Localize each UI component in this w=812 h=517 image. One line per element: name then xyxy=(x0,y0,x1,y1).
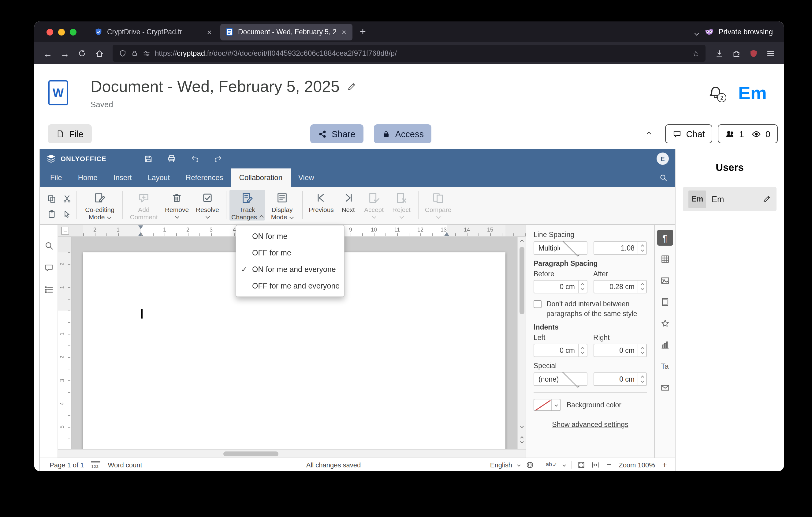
undo-button[interactable] xyxy=(188,152,201,165)
extensions-button[interactable] xyxy=(728,45,745,62)
account-avatar[interactable]: Em xyxy=(738,82,767,103)
downloads-button[interactable] xyxy=(710,45,728,62)
scroll-down-button[interactable] xyxy=(518,422,526,431)
color-picker-dropdown[interactable] xyxy=(551,399,560,410)
no-interval-checkbox-row[interactable]: Don't add interval between paragraphs of… xyxy=(533,300,647,319)
menu-tab-home[interactable]: Home xyxy=(70,168,106,187)
list-all-tabs-button[interactable] xyxy=(689,26,705,37)
users-viewers-button[interactable]: 1 0 xyxy=(718,124,778,143)
next-page-button[interactable] xyxy=(520,440,523,443)
word-count-button[interactable]: Word count xyxy=(108,461,142,468)
tab-stop-selector[interactable] xyxy=(61,227,69,235)
copy-button[interactable] xyxy=(45,192,58,205)
minimize-window-button[interactable] xyxy=(58,28,65,35)
spacing-before-input[interactable]: 0 cm xyxy=(533,280,587,293)
vertical-ruler[interactable]: 21123456 xyxy=(58,237,71,449)
track-changes-option[interactable]: ON for me xyxy=(236,228,344,244)
back-button[interactable]: ← xyxy=(39,45,56,62)
hscroll-track[interactable] xyxy=(71,449,517,458)
close-tab-icon[interactable]: × xyxy=(341,27,348,36)
header-footer-settings-tab[interactable] xyxy=(657,294,673,310)
table-settings-tab[interactable] xyxy=(657,251,673,267)
left-indent-marker[interactable] xyxy=(138,232,143,236)
coediting-mode-button[interactable]: Co-editing Mode xyxy=(80,190,119,220)
spinner-buttons[interactable] xyxy=(578,344,586,356)
redo-button[interactable] xyxy=(211,152,225,165)
ublock-button[interactable] xyxy=(745,45,762,62)
globe-icon[interactable] xyxy=(526,460,534,469)
comments-icon[interactable] xyxy=(44,263,54,273)
select-all-button[interactable] xyxy=(60,207,74,220)
line-spacing-select[interactable]: Multiple xyxy=(533,241,587,255)
menu-tab-view[interactable]: View xyxy=(290,168,322,187)
spinner-buttons[interactable] xyxy=(638,242,646,254)
special-indent-input[interactable]: 0 cm xyxy=(593,373,647,386)
zoom-level[interactable]: Zoom 100% xyxy=(619,461,655,468)
spinner-buttons[interactable] xyxy=(578,280,586,293)
access-button[interactable]: Access xyxy=(374,124,432,143)
new-tab-button[interactable]: + xyxy=(354,26,372,38)
chat-button[interactable]: Chat xyxy=(665,124,712,143)
zoom-out-button[interactable]: − xyxy=(605,460,613,469)
indent-left-input[interactable]: 0 cm xyxy=(533,344,587,357)
track-changes-button[interactable]: Track Changes xyxy=(229,190,265,220)
file-button[interactable]: File xyxy=(48,124,92,143)
collapse-toolbar-button[interactable] xyxy=(638,124,660,143)
track-changes-option[interactable]: ✓ON for me and everyone xyxy=(236,261,344,277)
background-color-picker[interactable] xyxy=(533,399,560,411)
share-button[interactable]: Share xyxy=(310,124,363,143)
fullscreen-window-button[interactable] xyxy=(70,28,77,35)
chevron-down-icon[interactable] xyxy=(517,463,520,466)
remove-comment-button[interactable]: Remove xyxy=(162,190,192,218)
page-indicator[interactable]: Page 1 of 1 xyxy=(50,461,84,468)
reload-button[interactable] xyxy=(74,45,91,62)
editor-search-button[interactable] xyxy=(652,168,675,187)
previous-page-button[interactable] xyxy=(520,436,523,439)
indent-right-input[interactable]: 0 cm xyxy=(593,344,647,357)
menu-tab-references[interactable]: References xyxy=(178,168,231,187)
close-tab-icon[interactable]: × xyxy=(206,27,213,36)
spinner-buttons[interactable] xyxy=(638,344,646,356)
notifications-button[interactable]: 2 xyxy=(708,85,724,101)
menu-tab-file[interactable]: File xyxy=(42,168,70,187)
menu-tab-layout[interactable]: Layout xyxy=(140,168,178,187)
navigation-headings-icon[interactable] xyxy=(44,285,54,295)
textart-settings-tab[interactable]: Ta xyxy=(657,358,673,374)
scroll-thumb[interactable] xyxy=(520,247,524,314)
spacing-after-input[interactable]: 0.28 cm xyxy=(593,280,647,293)
language-selector[interactable]: English xyxy=(490,461,512,468)
line-spacing-number-input[interactable]: 1.08 xyxy=(593,241,647,255)
save-button[interactable] xyxy=(141,152,155,165)
find-icon[interactable] xyxy=(44,241,54,250)
menu-tab-collaboration[interactable]: Collaboration xyxy=(231,168,290,187)
display-mode-button[interactable]: Display Mode xyxy=(265,190,299,220)
checkbox[interactable] xyxy=(533,300,542,308)
menu-tab-insert[interactable]: Insert xyxy=(106,168,140,187)
track-changes-option[interactable]: OFF for me xyxy=(236,244,344,261)
browser-tab-cryptdrive[interactable]: CryptDrive - CryptPad.fr × xyxy=(89,24,218,40)
menu-button[interactable] xyxy=(762,45,779,62)
mail-merge-tab[interactable] xyxy=(657,380,673,396)
spinner-buttons[interactable] xyxy=(638,373,646,385)
track-changes-option[interactable]: OFF for me and everyone xyxy=(236,277,344,294)
home-button[interactable] xyxy=(91,45,108,62)
special-indent-select[interactable]: (none) xyxy=(533,373,587,386)
chart-settings-tab[interactable] xyxy=(657,337,673,353)
fit-width-icon[interactable] xyxy=(591,460,599,469)
chevron-down-icon[interactable] xyxy=(562,463,566,466)
resolve-button[interactable]: Resolve xyxy=(192,190,223,218)
previous-change-button[interactable]: Previous xyxy=(306,190,337,213)
zoom-in-button[interactable]: + xyxy=(661,460,669,469)
scroll-track[interactable] xyxy=(518,246,526,422)
fit-page-icon[interactable] xyxy=(577,460,585,469)
paragraph-settings-tab[interactable]: ¶ xyxy=(657,230,673,246)
first-line-indent-marker[interactable] xyxy=(138,225,143,229)
cut-button[interactable] xyxy=(60,192,74,205)
vertical-scrollbar[interactable] xyxy=(517,237,526,449)
edit-user-name-pencil-icon[interactable] xyxy=(762,195,771,203)
forward-button[interactable]: → xyxy=(56,45,74,62)
next-change-button[interactable]: Next xyxy=(337,190,360,213)
image-settings-tab[interactable] xyxy=(657,273,673,289)
paste-button[interactable] xyxy=(45,207,58,220)
address-bar[interactable]: https://cryptpad.fr/doc/#/3/doc/edit/ff0… xyxy=(113,45,705,62)
